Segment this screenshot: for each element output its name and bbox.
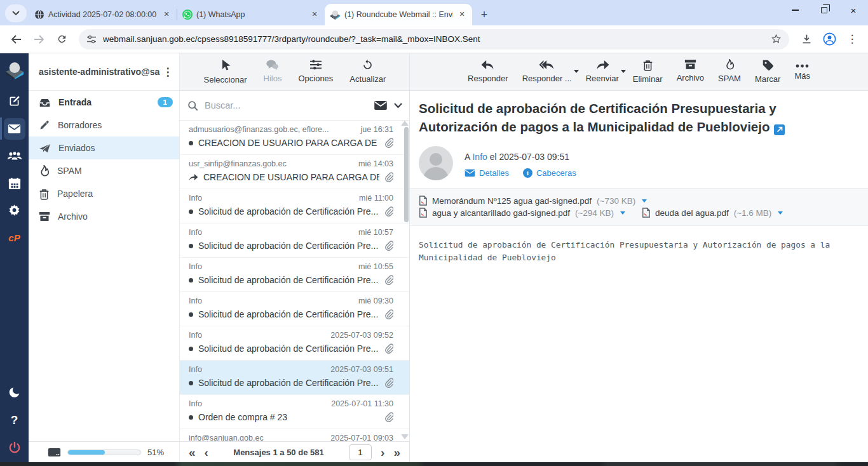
window-close-button[interactable]: × bbox=[839, 0, 868, 20]
tab-close-icon[interactable]: × bbox=[309, 10, 320, 20]
rail-contacts-button[interactable] bbox=[0, 142, 29, 170]
tab-whatsapp[interactable]: (1) WhatsApp × bbox=[177, 4, 325, 25]
rail-calendar-button[interactable] bbox=[0, 170, 29, 197]
select-button[interactable]: Seleccionar bbox=[204, 59, 247, 84]
last-page-button[interactable]: » bbox=[393, 446, 400, 458]
details-toggle[interactable]: Detalles bbox=[465, 168, 509, 178]
reload-button[interactable] bbox=[52, 30, 71, 49]
page-number-input[interactable]: 1 bbox=[349, 444, 372, 460]
rail-logout-button[interactable] bbox=[0, 434, 29, 461]
rail-compose-button[interactable] bbox=[0, 88, 29, 115]
tab-search-button[interactable] bbox=[5, 4, 27, 22]
attachment-item[interactable]: deuda del agua.pdf (~1.6 MB) bbox=[642, 208, 783, 218]
message-row[interactable]: Infomié 11:00 Solicitud de aprobación de… bbox=[180, 189, 409, 223]
rail-help-button[interactable]: ? bbox=[0, 406, 29, 434]
folder-archivo[interactable]: Archivo bbox=[29, 205, 179, 228]
tab-roundcube-active[interactable]: (1) Roundcube Webmail :: Envia × bbox=[325, 4, 472, 25]
rail-mail-button[interactable] bbox=[0, 115, 29, 142]
scroll-down-icon[interactable] bbox=[401, 434, 409, 439]
tag-icon bbox=[762, 59, 774, 71]
folder-entrada[interactable]: Entrada 1 bbox=[29, 91, 179, 114]
archive-button[interactable]: Archivo bbox=[677, 59, 704, 90]
folder-enviados[interactable]: Enviados bbox=[29, 136, 179, 159]
message-row-selected[interactable]: Info2025-07-03 09:51 Solicitud de aproba… bbox=[180, 361, 409, 395]
msg-from: Info bbox=[189, 399, 202, 408]
rail-settings-button[interactable] bbox=[0, 197, 29, 224]
forward-caret-icon[interactable] bbox=[621, 70, 626, 73]
message-row[interactable]: info@sanjuan.gob.ec2025-07-01 09:03 bbox=[180, 429, 409, 441]
recipient-line: A Info el 2025-07-03 09:51 bbox=[465, 152, 576, 162]
options-button[interactable]: Opciones bbox=[298, 59, 333, 83]
search-input[interactable] bbox=[205, 100, 367, 110]
first-page-button[interactable]: « bbox=[189, 446, 196, 458]
attachment-item[interactable]: agua y alcantarillado gad-signed.pdf (~2… bbox=[419, 208, 625, 218]
spam-button[interactable]: SPAM bbox=[718, 59, 741, 90]
window-minimize-button[interactable] bbox=[780, 0, 810, 20]
forward-message-button[interactable]: Reenviar bbox=[586, 59, 619, 90]
attachment-name[interactable]: Memorándum Nº125 agua gad-signed.pdf bbox=[432, 196, 592, 206]
forward-button[interactable] bbox=[29, 30, 48, 49]
list-scrollbar[interactable] bbox=[404, 127, 409, 222]
quota-bar-fill bbox=[68, 450, 105, 455]
to-link[interactable]: Info bbox=[472, 152, 487, 162]
back-button[interactable] bbox=[6, 30, 25, 49]
tab-close-icon[interactable]: × bbox=[457, 10, 467, 20]
message-row[interactable]: Infomié 09:30 Solicitud de aprobación de… bbox=[180, 292, 409, 326]
bookmark-star-icon[interactable] bbox=[771, 34, 782, 44]
refresh-button[interactable]: Actualizar bbox=[349, 59, 386, 84]
rail-darkmode-button[interactable] bbox=[0, 379, 29, 406]
attachment-menu-caret-icon[interactable] bbox=[778, 211, 783, 215]
search-scope-mail-icon[interactable] bbox=[374, 100, 388, 110]
mark-label: Marcar bbox=[755, 74, 780, 84]
message-row[interactable]: admusuarios@finanzas.gob.ec, eflore...ju… bbox=[180, 121, 409, 155]
url-text[interactable]: webmail.sanjuan.gob.ec/cpsess8918591777/… bbox=[103, 34, 764, 44]
threads-button[interactable]: Hilos bbox=[264, 59, 282, 83]
message-row[interactable]: Info2025-07-01 11:30 Orden de compra # 2… bbox=[180, 395, 409, 429]
mail-icon bbox=[8, 124, 21, 134]
open-in-new-window-icon[interactable] bbox=[774, 124, 785, 135]
tab-close-icon[interactable]: × bbox=[161, 10, 172, 20]
attachment-menu-caret-icon[interactable] bbox=[620, 211, 625, 215]
refresh-label: Actualizar bbox=[349, 74, 386, 84]
rail-cpanel-button[interactable]: cP bbox=[0, 224, 29, 251]
reply-all-caret-icon[interactable] bbox=[574, 70, 579, 73]
omnibox[interactable]: webmail.sanjuan.gob.ec/cpsess8918591777/… bbox=[79, 29, 789, 50]
reply-all-button[interactable]: Responder ... bbox=[522, 59, 572, 90]
search-options-chevron-icon[interactable] bbox=[394, 103, 402, 109]
attachment-name[interactable]: deuda del agua.pdf bbox=[655, 208, 729, 218]
folder-borradores[interactable]: Borradores bbox=[29, 114, 179, 136]
account-menu-icon[interactable]: ⋮ bbox=[160, 65, 175, 79]
new-tab-button[interactable]: + bbox=[476, 6, 492, 23]
list-footer: 51% « ‹ Mensajes 1 a 50 de 581 1 › » bbox=[29, 441, 409, 462]
message-row[interactable]: Infomié 10:57 Solicitud de aprobación de… bbox=[180, 223, 409, 258]
message-row[interactable]: usr_sinfip@finanzas.gob.ecmié 14:03 CREA… bbox=[180, 155, 409, 189]
prev-page-button[interactable]: ‹ bbox=[205, 446, 208, 458]
more-button[interactable]: Más bbox=[794, 59, 810, 90]
tab-actividad[interactable]: Actividad 2025-07-02 08:00:00 × bbox=[29, 4, 177, 25]
download-button[interactable] bbox=[797, 30, 816, 49]
subject-area: Solicitud de aprobación de Certificación… bbox=[410, 91, 868, 140]
mark-button[interactable]: Marcar bbox=[755, 59, 780, 90]
profile-button[interactable] bbox=[820, 30, 839, 49]
msg-date: mié 14:03 bbox=[358, 159, 393, 168]
folder-spam[interactable]: SPAM bbox=[29, 159, 179, 182]
quota-percent: 51% bbox=[147, 448, 164, 457]
scroll-up-icon[interactable] bbox=[401, 121, 409, 126]
reply-all-label: Responder ... bbox=[522, 74, 572, 83]
attachment-menu-caret-icon[interactable] bbox=[642, 199, 647, 203]
reply-label: Responder bbox=[468, 74, 508, 83]
reply-button[interactable]: Responder bbox=[468, 59, 508, 90]
headers-toggle[interactable]: i Cabeceras bbox=[523, 168, 576, 178]
tab-title: (1) WhatsApp bbox=[196, 10, 306, 19]
attachment-item[interactable]: Memorándum Nº125 agua gad-signed.pdf (~7… bbox=[419, 196, 647, 206]
msg-subject: Solicitud de aprobación de Certificación… bbox=[198, 275, 379, 285]
folder-papelera[interactable]: Papelera bbox=[29, 182, 179, 205]
delete-button[interactable]: Eliminar bbox=[633, 59, 663, 90]
browser-menu-button[interactable]: ⋮ bbox=[843, 30, 862, 49]
window-restore-button[interactable] bbox=[810, 0, 839, 20]
message-row[interactable]: Infomié 10:55 Solicitud de aprobación de… bbox=[180, 258, 409, 292]
message-row[interactable]: Info2025-07-03 09:52 Solicitud de aproba… bbox=[180, 326, 409, 361]
moon-icon bbox=[8, 386, 21, 399]
next-page-button[interactable]: › bbox=[381, 446, 384, 458]
attachment-name[interactable]: agua y alcantarillado gad-signed.pdf bbox=[432, 208, 570, 218]
